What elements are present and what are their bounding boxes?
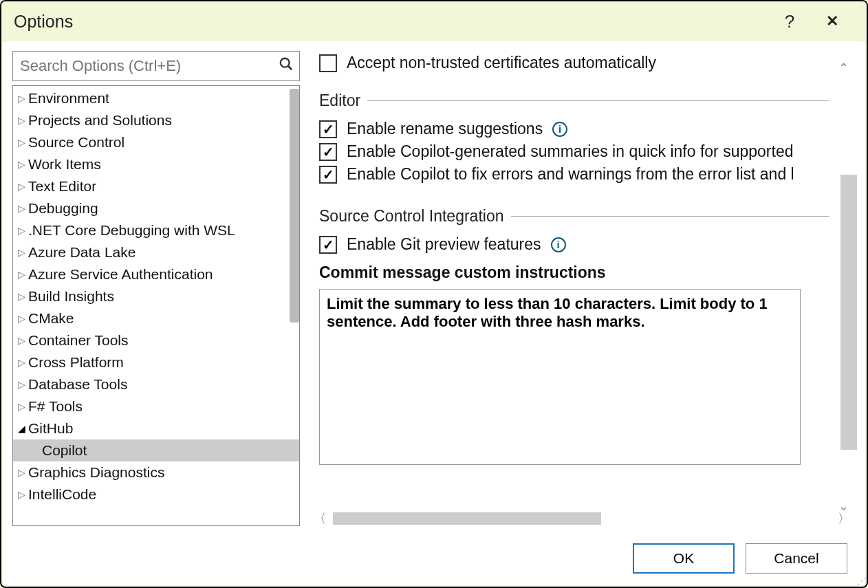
tree-scrollbar[interactable] (290, 89, 299, 323)
tree-item[interactable]: ▷Text Editor (13, 175, 299, 197)
ok-button[interactable]: OK (633, 543, 735, 574)
tree-item-label: Environment (28, 90, 109, 107)
tree-item[interactable]: ▷Graphics Diagnostics (13, 461, 299, 483)
checkbox-accept-nontrusted[interactable] (319, 54, 337, 72)
expander-closed-icon[interactable]: ▷ (16, 115, 27, 126)
expander-closed-icon[interactable]: ▷ (16, 203, 27, 214)
tree-item-label: GitHub (28, 420, 73, 437)
option-fix-errors[interactable]: Enable Copilot to fix errors and warning… (319, 165, 829, 184)
options-tree[interactable]: ▷Environment▷Projects and Solutions▷Sour… (12, 85, 300, 526)
label-summaries: Enable Copilot-generated summaries in qu… (347, 142, 793, 161)
tree-item-label: Text Editor (28, 178, 96, 195)
dialog-footer: OK Cancel (3, 532, 865, 585)
expander-closed-icon[interactable]: ▷ (16, 181, 27, 192)
tree-item[interactable]: ▷Container Tools (13, 329, 299, 351)
expander-closed-icon[interactable]: ▷ (16, 159, 27, 170)
vertical-scrollbar[interactable] (839, 51, 857, 505)
expander-closed-icon[interactable]: ▷ (16, 335, 27, 346)
vertical-scroll-thumb[interactable] (840, 175, 857, 450)
tree-item-label: Azure Data Lake (28, 244, 135, 261)
tree-item[interactable]: ▷Environment (13, 87, 299, 109)
expander-closed-icon[interactable]: ▷ (16, 137, 27, 148)
tree-item[interactable]: ▷Debugging (13, 197, 299, 219)
tree-item-label: Projects and Solutions (28, 112, 172, 129)
dialog-body: ▷Environment▷Projects and Solutions▷Sour… (3, 41, 865, 532)
info-icon[interactable]: i (551, 237, 566, 252)
tree-item[interactable]: ▷Azure Data Lake (13, 241, 299, 263)
label-fix-errors: Enable Copilot to fix errors and warning… (347, 165, 794, 184)
option-rename[interactable]: Enable rename suggestions i (319, 120, 829, 138)
checkbox-summaries[interactable] (319, 143, 337, 161)
tree-item-label: Container Tools (28, 332, 129, 349)
tree-item[interactable]: ▷F# Tools (13, 395, 299, 417)
expander-closed-icon[interactable]: ▷ (16, 379, 27, 390)
label-git-preview: Enable Git preview features (347, 235, 541, 254)
checkbox-fix-errors[interactable] (319, 166, 337, 184)
checkbox-git-preview[interactable] (319, 236, 337, 254)
horizontal-scroll-thumb[interactable] (333, 512, 601, 525)
expander-closed-icon[interactable]: ▷ (16, 313, 27, 324)
window-title: Options (14, 12, 73, 32)
tree-item[interactable]: ▷Cross Platform (13, 351, 299, 373)
horizontal-scrollbar[interactable]: 〈 〉 (307, 511, 857, 526)
expander-closed-icon[interactable]: ▷ (16, 247, 27, 258)
option-summaries[interactable]: Enable Copilot-generated summaries in qu… (319, 142, 829, 161)
tree-item[interactable]: ▷IntelliCode (13, 483, 299, 505)
expander-closed-icon[interactable]: ▷ (16, 291, 27, 302)
search-options-field[interactable] (12, 51, 300, 81)
expander-closed-icon[interactable]: ▷ (16, 269, 27, 280)
expander-closed-icon[interactable]: ▷ (16, 357, 27, 368)
tree-item[interactable]: ▷Source Control (13, 131, 299, 153)
tree-item-label: Database Tools (28, 376, 127, 393)
tree-item-label: Graphics Diagnostics (28, 464, 164, 481)
tree-item-label: Copilot (42, 442, 87, 459)
tree-item-label: .NET Core Debugging with WSL (28, 222, 235, 239)
label-rename: Enable rename suggestions (347, 120, 543, 138)
option-git-preview[interactable]: Enable Git preview features i (319, 235, 829, 254)
resize-grip-icon[interactable]: ⋰ (857, 576, 865, 587)
search-input[interactable] (20, 57, 279, 75)
tree-item[interactable]: ▷Projects and Solutions (13, 109, 299, 131)
tree-item[interactable]: ▷Database Tools (13, 373, 299, 395)
tree-item-label: Azure Service Authentication (28, 266, 213, 283)
tree-item-label: Debugging (28, 200, 98, 217)
editor-group: Editor Enable rename suggestions i Enabl… (319, 91, 829, 188)
titlebar: Options ? ✕ (1, 1, 867, 41)
right-column: Accept non-trusted certificates automati… (307, 51, 857, 526)
tree-item[interactable]: Copilot (13, 439, 299, 461)
expander-closed-icon[interactable]: ▷ (16, 489, 27, 500)
expander-closed-icon[interactable]: ▷ (16, 93, 27, 104)
tree-item[interactable]: ▷Work Items (13, 153, 299, 175)
source-control-legend: Source Control Integration (319, 207, 511, 226)
tree-item[interactable]: ▷Azure Service Authentication (13, 263, 299, 285)
commit-instructions-textarea[interactable] (319, 289, 801, 465)
tree-item-label: CMake (28, 310, 74, 327)
help-button[interactable]: ? (776, 11, 803, 32)
expander-open-icon[interactable]: ◢ (16, 423, 27, 434)
close-button[interactable]: ✕ (818, 12, 846, 30)
expander-closed-icon[interactable]: ▷ (16, 225, 27, 236)
scroll-left-icon[interactable]: 〈 (314, 510, 326, 527)
tree-item-label: Build Insights (28, 288, 114, 305)
tree-item[interactable]: ▷CMake (13, 307, 299, 329)
info-icon[interactable]: i (552, 122, 567, 137)
expander-closed-icon[interactable]: ▷ (16, 467, 27, 478)
expander-closed-icon[interactable]: ▷ (16, 401, 27, 412)
tree-item-label: Source Control (28, 134, 124, 151)
tree-item-label: F# Tools (28, 398, 83, 415)
checkbox-rename[interactable] (319, 120, 337, 138)
commit-instructions-heading: Commit message custom instructions (319, 263, 829, 282)
titlebar-controls: ? ✕ (776, 11, 861, 32)
search-icon (279, 56, 294, 76)
tree-item[interactable]: ◢GitHub (13, 417, 299, 439)
option-accept-nontrusted[interactable]: Accept non-trusted certificates automati… (319, 54, 829, 72)
tree-item-label: Cross Platform (28, 354, 124, 371)
tree-item[interactable]: ▷Build Insights (13, 285, 299, 307)
source-control-group: Source Control Integration Enable Git pr… (319, 207, 829, 468)
tree-item[interactable]: ▷.NET Core Debugging with WSL (13, 219, 299, 241)
left-column: ▷Environment▷Projects and Solutions▷Sour… (12, 51, 300, 526)
editor-legend: Editor (319, 91, 367, 110)
svg-point-0 (281, 58, 290, 67)
tree-item-label: IntelliCode (28, 486, 96, 503)
cancel-button[interactable]: Cancel (746, 543, 847, 574)
